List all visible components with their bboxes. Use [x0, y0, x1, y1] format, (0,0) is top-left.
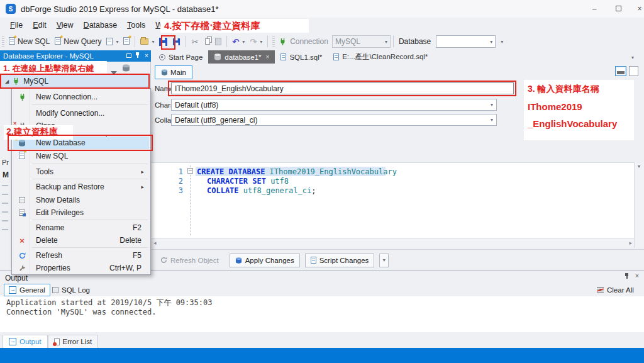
database-select[interactable]: ▾ — [436, 35, 496, 48]
maximize-button[interactable] — [609, 3, 628, 15]
explorer-refresh-button[interactable] — [122, 64, 130, 72]
chevron-down-icon[interactable]: ▾ — [260, 39, 262, 45]
properties-wrench-icon — [19, 265, 26, 272]
explorer-close-button[interactable]: × — [142, 52, 151, 59]
clear-all-button[interactable]: Clear All — [592, 284, 638, 296]
collation-select[interactable]: Default (utf8_general_ci) ▾ — [171, 114, 497, 126]
new-file-button[interactable]: ★ — [121, 34, 132, 49]
splitter-icon[interactable]: ▾ — [638, 164, 640, 169]
explorer-restore-button[interactable] — [125, 52, 133, 59]
menu-tools[interactable]: Tools — [122, 19, 150, 31]
apply-changes-button[interactable]: Apply Changes — [230, 254, 300, 267]
connection-select[interactable]: MySQL▾ — [332, 35, 391, 48]
chevron-down-icon[interactable]: ▾ — [152, 39, 154, 45]
chevron-down-icon: ▾ — [385, 39, 387, 45]
tab-overflow-icon[interactable]: ▾ — [631, 55, 634, 60]
error-list-icon — [54, 338, 60, 345]
script-changes-button[interactable]: Script Changes — [305, 254, 375, 267]
name-input[interactable]: IThome2019_EnglishVocabulary — [171, 82, 514, 94]
tab-database1[interactable]: database1* × — [208, 50, 275, 64]
chevron-down-icon[interactable]: ▾ — [242, 39, 245, 45]
bottom-tab-error-list[interactable]: Error List — [48, 335, 99, 348]
copy-button[interactable] — [201, 34, 213, 49]
fold-guide-line — [190, 165, 191, 235]
explorer-pin-button[interactable] — [133, 52, 142, 59]
output-close-button[interactable]: × — [633, 272, 641, 279]
menu-item-modify-connection[interactable]: Modify Connection... — [13, 107, 149, 120]
sql-log-icon — [52, 287, 58, 293]
new-sql-button[interactable]: ★ New SQL — [6, 34, 52, 49]
menu-edit[interactable]: Edit — [28, 19, 52, 31]
tab-sql1[interactable]: SQL1.sql* — [275, 50, 328, 64]
connection-label: Connection — [290, 37, 328, 46]
menu-database[interactable]: Database — [79, 19, 123, 31]
menu-separator — [32, 164, 148, 164]
main-view-tab[interactable]: Main — [155, 65, 192, 79]
scroll-left-icon[interactable]: ◂ — [153, 240, 157, 246]
menu-item-backup-restore[interactable]: Backup and Restore ▸ — [13, 181, 149, 193]
new-connection-icon — [19, 94, 26, 101]
database-label: Database — [399, 37, 431, 46]
output-tab-sql-log[interactable]: SQL Log — [48, 284, 94, 296]
undo-button[interactable]: ↶▾ — [230, 34, 247, 49]
sql-file-icon — [280, 53, 286, 60]
tab-clean-record[interactable]: E:...產生\CleanRecord.sql* — [328, 50, 433, 64]
output-icon — [9, 338, 16, 345]
refresh-object-button[interactable]: Refresh Object — [155, 254, 225, 267]
toolbar-separator — [135, 36, 135, 47]
menu-item-edit-privileges[interactable]: Edit Privileges — [13, 206, 149, 219]
output-pin-button[interactable] — [623, 273, 631, 280]
menu-item-show-details[interactable]: Show Details — [13, 194, 149, 206]
script-changes-dropdown[interactable]: ▾ — [379, 254, 389, 267]
general-icon — [9, 286, 16, 294]
menu-item-tools[interactable]: Tools ▸ — [13, 165, 149, 178]
charset-select[interactable]: Default (utf8) ▾ — [171, 99, 497, 111]
database-icon — [161, 69, 168, 75]
menu-separator — [32, 220, 148, 220]
cut-button[interactable]: ✂ — [189, 34, 201, 49]
chevron-down-icon[interactable]: ▾ — [116, 39, 118, 45]
new-document-button[interactable]: ▾ — [104, 34, 121, 49]
annotation-step3-line1: 3. 輸入資料庫名稱 — [528, 84, 634, 95]
menu-item-refresh[interactable]: Refresh F5 — [13, 249, 149, 262]
tree-node-label: MySQL — [23, 77, 48, 86]
save-all-button[interactable] — [170, 34, 183, 49]
paste-button[interactable] — [213, 34, 224, 49]
new-query-button[interactable]: ★ New Query — [52, 34, 104, 49]
save-button[interactable] — [157, 34, 170, 49]
menu-item-new-connection[interactable]: New Connection... — [13, 91, 149, 103]
output-tab-general[interactable]: General — [4, 284, 50, 296]
scroll-right-icon[interactable]: ▸ — [629, 240, 632, 246]
menu-item-properties[interactable]: Properties Ctrl+W, P — [13, 262, 149, 274]
toolbar-grip[interactable] — [2, 36, 4, 47]
database-icon — [214, 53, 221, 60]
tab-start-page[interactable]: Start Page — [153, 50, 208, 64]
sql-editor[interactable]: 1 2 3 – CREATE DATABASE IThome2019_Engli… — [152, 162, 634, 238]
bottom-tab-output[interactable]: Output — [3, 335, 48, 348]
tab-close-icon[interactable]: × — [266, 53, 270, 60]
chevron-down-icon: ▾ — [491, 117, 493, 123]
menu-file[interactable]: File — [5, 19, 28, 31]
menu-item-rename[interactable]: Rename F2 — [13, 221, 149, 234]
tree-node-mysql[interactable]: ◢ MySQL — [0, 75, 150, 87]
plug-icon — [279, 38, 286, 45]
vertical-scrollbar[interactable]: ▾ — [634, 162, 644, 248]
menu-item-delete[interactable]: × Delete Delete — [13, 234, 149, 247]
open-file-button[interactable]: ▾ — [138, 34, 157, 49]
menu-item-new-sql[interactable]: ★ New SQL — [13, 150, 149, 162]
fold-collapse-icon[interactable]: – — [187, 168, 193, 174]
split-view-button[interactable] — [615, 66, 626, 76]
redo-button[interactable]: ↷▾ — [247, 34, 265, 49]
single-view-button[interactable] — [629, 66, 638, 76]
minimize-button[interactable]: – — [585, 3, 604, 15]
menu-view[interactable]: View — [52, 19, 79, 31]
tree-expand-icon[interactable]: ◢ — [5, 79, 9, 84]
toolbar-overflow-icon[interactable]: ▾ — [501, 39, 503, 45]
explorer-title: Database Explorer - MySQL — [3, 52, 94, 60]
output-log[interactable]: Application started at 2019/10/5 下午 09:3… — [0, 296, 644, 332]
horizontal-scrollbar[interactable]: ◂ ▸ — [152, 238, 634, 248]
toolbar-grip[interactable] — [272, 36, 275, 47]
close-button[interactable]: × — [630, 3, 644, 15]
toolbar-separator — [226, 36, 227, 47]
shortcut-label: Delete — [119, 236, 149, 245]
